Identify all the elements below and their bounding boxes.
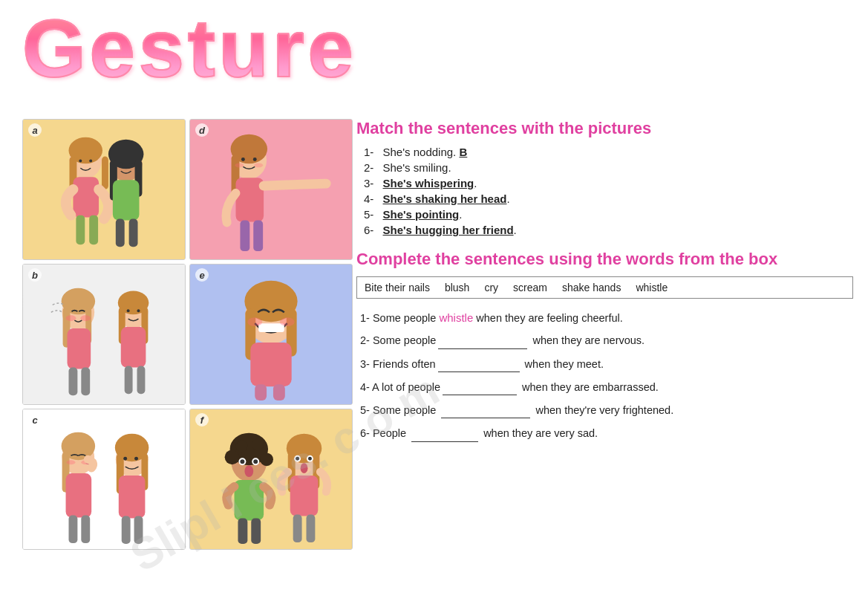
svg-rect-26 [253, 221, 263, 252]
svg-point-66 [67, 460, 76, 464]
section1-title: Match the sentences with the pictures [356, 119, 853, 138]
image-label-c: c [28, 413, 42, 426]
svg-rect-36 [68, 328, 91, 369]
page-title-container: Gesture [22, 7, 846, 89]
svg-point-86 [252, 439, 264, 451]
complete-list-item: 5- Some people when they're very frighte… [360, 403, 853, 418]
svg-rect-92 [235, 480, 264, 520]
svg-rect-105 [293, 514, 302, 542]
svg-rect-77 [119, 476, 146, 518]
image-f: f [189, 409, 353, 550]
svg-rect-59 [255, 384, 267, 400]
blank-field [411, 426, 478, 441]
svg-rect-48 [125, 366, 133, 395]
svg-point-91 [244, 465, 253, 477]
svg-point-102 [308, 457, 312, 461]
svg-rect-31 [23, 265, 185, 404]
svg-point-76 [134, 457, 138, 461]
svg-point-38 [80, 315, 91, 321]
svg-point-27 [241, 158, 245, 161]
section2: Complete the sentences using the words f… [356, 250, 853, 442]
svg-rect-16 [129, 219, 138, 247]
svg-point-100 [296, 457, 299, 461]
svg-rect-12 [113, 180, 140, 220]
svg-rect-58 [250, 343, 291, 386]
svg-point-30 [254, 163, 263, 167]
svg-rect-6 [76, 215, 85, 245]
svg-rect-68 [66, 473, 92, 517]
svg-rect-55 [258, 323, 284, 332]
svg-point-83 [225, 450, 240, 464]
svg-rect-61 [23, 409, 185, 549]
svg-rect-78 [122, 516, 131, 544]
answer-word: whistle [439, 311, 473, 324]
svg-point-103 [301, 463, 308, 473]
word-item: shake hands [562, 282, 621, 293]
word-item: blush [445, 282, 469, 293]
svg-rect-25 [240, 221, 249, 252]
svg-point-85 [236, 441, 248, 452]
match-sentences-list: 1- She's nodding. B 2- She's smiling. 3-… [356, 146, 853, 236]
word-box: Bite their nails blush cry scream shake … [356, 276, 853, 299]
svg-rect-106 [306, 514, 315, 542]
svg-point-18 [89, 159, 92, 162]
svg-point-57 [280, 317, 295, 326]
svg-rect-40 [81, 368, 90, 396]
svg-point-56 [247, 317, 262, 326]
page-title: Gesture [22, 2, 357, 94]
section1: Match the sentences with the pictures 1-… [356, 119, 853, 236]
image-b: b [22, 264, 186, 405]
svg-rect-15 [116, 219, 125, 247]
svg-point-90 [253, 459, 258, 464]
svg-rect-104 [290, 476, 319, 516]
complete-list-item: 4- A lot of people when they are embarra… [360, 380, 853, 395]
svg-rect-60 [273, 384, 285, 400]
image-label-e: e [195, 268, 209, 282]
svg-point-88 [240, 459, 244, 464]
word-item: scream [513, 282, 547, 293]
word-item: whistle [636, 282, 668, 293]
list-item: 1- She's nodding. B [364, 146, 853, 158]
svg-rect-69 [69, 515, 78, 543]
list-item: 4- She's shaking her head. [364, 192, 853, 205]
blank-field [438, 357, 520, 372]
image-e: e [189, 264, 353, 405]
svg-rect-39 [69, 368, 78, 396]
svg-point-84 [260, 452, 273, 466]
svg-rect-4 [102, 156, 108, 189]
svg-rect-94 [251, 518, 261, 544]
word-item: Bite their nails [365, 282, 430, 293]
svg-rect-45 [121, 327, 146, 367]
svg-point-46 [127, 309, 130, 312]
images-grid: a [22, 119, 353, 550]
svg-point-24 [322, 179, 330, 188]
svg-rect-7 [89, 215, 98, 245]
image-label-d: d [195, 123, 209, 137]
image-c: c [22, 409, 186, 550]
blank-field [443, 380, 517, 395]
blank-field [441, 403, 530, 418]
svg-point-29 [235, 163, 244, 167]
list-item: 5- She's pointing. [364, 208, 853, 221]
blank-field [438, 333, 527, 348]
list-item: 3- She's whispering. [364, 177, 853, 189]
list-item: 2- She's smiling. [364, 161, 853, 174]
complete-list-item: 1- Some people whistle when they are fee… [360, 310, 853, 325]
svg-rect-70 [81, 515, 90, 543]
svg-rect-93 [238, 518, 247, 544]
image-label-f: f [195, 413, 209, 426]
svg-point-47 [137, 309, 140, 312]
complete-sentences-list: 1- Some people whistle when they are fee… [356, 310, 853, 442]
svg-rect-79 [134, 516, 143, 544]
right-panel: Match the sentences with the pictures 1-… [356, 119, 853, 450]
image-d: d [189, 119, 353, 260]
complete-list-item: 3- Friends often when they meet. [360, 357, 853, 372]
svg-point-17 [79, 159, 82, 162]
image-label-a: a [28, 123, 42, 137]
svg-point-37 [66, 315, 76, 321]
svg-point-13 [120, 162, 123, 165]
svg-point-75 [123, 457, 127, 461]
svg-rect-5 [73, 177, 99, 217]
image-a: a [22, 119, 186, 260]
svg-point-28 [253, 158, 257, 161]
